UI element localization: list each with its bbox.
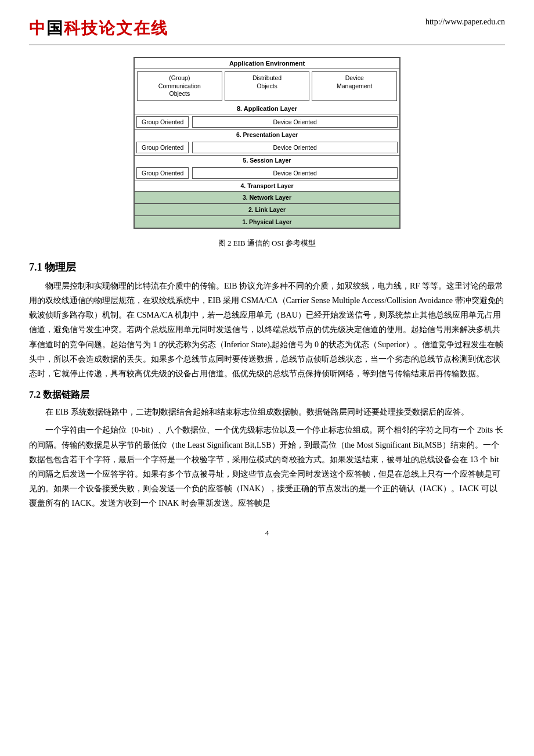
session-label: 5. Session Layer <box>135 155 399 165</box>
transport-group-oriented: Group Oriented <box>136 167 189 179</box>
section-72-title: 7.2 数据链路层 <box>29 389 505 401</box>
section-71-p1: 物理层控制和实现物理的比特流在介质中的传输。EIB 协议允许多种不同的介质，如双… <box>29 279 505 381</box>
logo-char-rest: 科技论文在线 <box>64 19 168 37</box>
app-env-box-device-mgmt: DeviceManagement <box>312 71 397 101</box>
section-71-title: 7.1 物理层 <box>29 260 505 274</box>
section-72: 7.2 数据链路层 在 EIB 系统数据链路中，二进制数据结合起始和结束标志位组… <box>29 389 505 510</box>
network-layer: 3. Network Layer <box>135 191 399 203</box>
logo-char-zhong: 中 <box>29 19 46 37</box>
presentation-label: 6. Presentation Layer <box>135 129 399 140</box>
section-72-p2: 一个字符由一个起始位（0-bit）、八个数据位、一个优先级标志位以及一个停止标志… <box>29 423 505 510</box>
url-text: http://www.paper.edu.cn <box>425 17 505 26</box>
transport-device-oriented: Device Oriented <box>192 167 398 179</box>
presentation-layer: Group Oriented Device Oriented 6. Presen… <box>135 114 399 140</box>
app-layer-label: 8. Application Layer <box>135 103 399 114</box>
app-env-boxes-row: (Group)CommunicationObjects DistributedO… <box>135 69 399 103</box>
presentation-device-oriented: Device Oriented <box>192 116 398 128</box>
transport-layer-row: Group Oriented Device Oriented <box>135 165 399 181</box>
logo-text: 中国科技论文在线 <box>29 19 168 37</box>
header-url: http://www.paper.edu.cn <box>425 17 505 27</box>
link-layer: 2. Link Layer <box>135 203 399 215</box>
session-layer: Group Oriented Device Oriented 5. Sessio… <box>135 140 399 165</box>
presentation-group-oriented: Group Oriented <box>136 116 189 128</box>
logo: 中国科技论文在线 <box>29 17 168 39</box>
page-number: 4 <box>29 528 505 538</box>
section-72-p1: 在 EIB 系统数据链路中，二进制数据结合起始和结束标志位组成数据帧。数据链路层… <box>29 405 505 419</box>
app-env-box-dist-objects: DistributedObjects <box>225 71 310 101</box>
session-device-oriented: Device Oriented <box>192 142 398 153</box>
osi-diagram: Application Environment (Group)Communica… <box>29 57 505 233</box>
session-layer-row: Group Oriented Device Oriented <box>135 140 399 155</box>
app-env-label: Application Environment <box>135 58 399 69</box>
presentation-layer-row: Group Oriented Device Oriented <box>135 114 399 129</box>
app-env-box-comm-objects: (Group)CommunicationObjects <box>137 71 222 101</box>
page-header: 中国科技论文在线 http://www.paper.edu.cn <box>29 17 505 45</box>
logo-char-guo: 国 <box>46 19 64 37</box>
transport-layer: Group Oriented Device Oriented 4. Transp… <box>135 165 399 191</box>
session-group-oriented: Group Oriented <box>136 142 189 153</box>
app-env-section: Application Environment (Group)Communica… <box>135 58 399 114</box>
transport-label: 4. Transport Layer <box>135 181 399 191</box>
physical-layer: 1. Physical Layer <box>135 215 399 228</box>
diagram-box: Application Environment (Group)Communica… <box>134 57 400 229</box>
section-71: 7.1 物理层 物理层控制和实现物理的比特流在介质中的传输。EIB 协议允许多种… <box>29 260 505 381</box>
diagram-caption: 图 2 EIB 通信的 OSI 参考模型 <box>29 238 505 249</box>
